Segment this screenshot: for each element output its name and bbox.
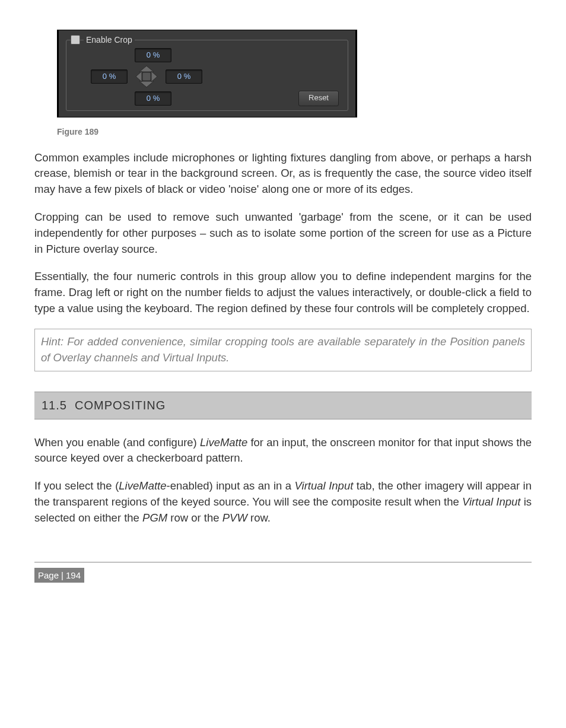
svg-marker-0 [139, 66, 154, 72]
enable-crop-checkbox[interactable] [71, 35, 80, 44]
crop-reset-button[interactable]: Reset [298, 91, 339, 106]
paragraph-4: When you enable (and configure) LiveMatt… [34, 435, 532, 467]
crop-legend[interactable]: Enable Crop [71, 34, 349, 46]
para5-italic-livematte: LiveMatte [119, 479, 166, 492]
enable-crop-panel: Enable Crop 0 % 0 % [57, 30, 357, 117]
para5-italic-pgm: PGM [142, 511, 167, 524]
section-heading: 11.5 COMPOSITING [34, 392, 532, 419]
crop-right-field[interactable]: 0 % [166, 69, 202, 84]
crop-left-field[interactable]: 0 % [91, 69, 128, 84]
para5-seg-a: If you select the ( [34, 479, 119, 492]
para5-italic-virtual-input-2: Virtual Input [462, 495, 520, 508]
crop-panel-figure: Enable Crop 0 % 0 % [57, 30, 532, 117]
paragraph-2: Cropping can be used to remove such unwa… [34, 209, 532, 257]
section-title: COMPOSITING [75, 399, 166, 412]
svg-marker-3 [151, 71, 157, 82]
page-number: 194 [66, 570, 81, 580]
enable-crop-label: Enable Crop [84, 34, 135, 46]
para5-seg-f: row. [247, 511, 271, 524]
paragraph-5: If you select the (LiveMatte-enabled) in… [34, 478, 532, 526]
para4-italic-livematte: LiveMatte [200, 436, 247, 449]
para5-seg-b: -enabled) input as an in a [167, 479, 295, 492]
footer-rule [34, 562, 532, 562]
crop-top-field[interactable]: 0 % [135, 48, 171, 62]
svg-marker-1 [139, 81, 154, 87]
svg-rect-4 [142, 72, 151, 81]
page-label: Page [38, 570, 59, 580]
para5-italic-pvw: PVW [222, 511, 247, 524]
hint-box: Hint: For added convenience, similar cro… [34, 329, 532, 371]
para4-seg-a: When you enable (and configure) [34, 436, 200, 449]
svg-marker-2 [136, 71, 142, 82]
page-separator: | [59, 570, 66, 580]
para5-italic-virtual-input-1: Virtual Input [295, 479, 354, 492]
crop-bottom-field[interactable]: 0 % [135, 91, 171, 106]
crop-dpad[interactable] [133, 65, 160, 88]
section-number: 11.5 [42, 399, 67, 412]
paragraph-3: Essentially, the four numeric controls i… [34, 269, 532, 316]
paragraph-1: Common examples include microphones or l… [34, 150, 532, 198]
page-number-badge: Page|194 [34, 568, 84, 583]
figure-caption: Figure 189 [57, 126, 532, 138]
para5-seg-e: row or the [167, 511, 222, 524]
hint-text: Hint: For added convenience, similar cro… [41, 334, 525, 366]
